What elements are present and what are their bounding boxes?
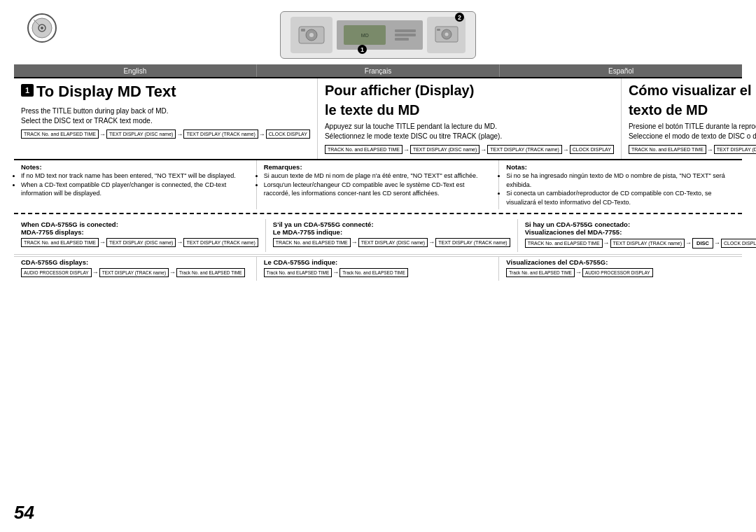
section3: CDA-5755G displays: AUDIO PROCESSOR DISP… [14, 256, 742, 281]
flow-box-3-fr: TEXT DISPLAY (TRACK name) [487, 145, 561, 154]
col-spanish: Cómo visualizar el texto de MD Presione … [622, 78, 756, 159]
s3-title-es: Visualizaciones del CDA-5755G: [506, 258, 735, 266]
lang-fr: Français [257, 64, 500, 77]
title-fr-2: le texte du MD [325, 102, 614, 118]
notes-title-fr: Remarques: [264, 162, 492, 172]
flow-es: TRACK No. and ELAPSED TIME → TEXT DISPLA… [629, 145, 756, 154]
s3-title-en: CDA-5755G displays: [21, 258, 249, 266]
step-badge-en: 1 [21, 84, 34, 97]
s3col-fr: Le CDA-5755G indique: Track No. and ELAP… [257, 257, 500, 281]
section2: When CDA-5755G is conected: MDA-7755 dis… [14, 219, 742, 252]
arrow-en-1: → [99, 131, 106, 138]
arrow-fr-3: → [563, 146, 569, 153]
section3-separator [14, 254, 742, 255]
flow-box-2-es: TEXT DISPLAY (DISC name) [714, 145, 756, 154]
title-fr-1: Pour afficher (Display) [325, 83, 614, 99]
note-fr-1: Si aucun texte de MD ni nom de plage n'a… [264, 172, 492, 181]
flow-box-3-en: TEXT DISPLAY (TRACK name) [183, 130, 258, 139]
body-fr: Appuyez sur la touche TITLE pendant la l… [325, 122, 614, 141]
s3col-es: Visualizaciones del CDA-5755G: Track No.… [499, 257, 742, 281]
note-es-1: Si no se ha ingresado ningún texto de MD… [506, 172, 735, 189]
flow-box-4-fr: CLOCK DISPLAY [570, 145, 614, 154]
s2-flow-en: TRACK No. and ELAPSED TIME → TEXT DISPLA… [21, 238, 258, 247]
body-es: Presione el botón TITLE durante la repro… [629, 122, 756, 141]
title-en: To Display MD Text [36, 83, 176, 100]
s2-title-es: Si hay un CDA-5755G conectado: Visualiza… [525, 220, 756, 236]
title-es-2: texto de MD [629, 102, 756, 118]
language-strip: English Français Español [14, 64, 742, 77]
notes-col-en: Notes: If no MD text nor track name has … [14, 160, 257, 209]
s2col-fr: S'il ya un CDA-5755G connecté: Le MDA-77… [266, 219, 518, 252]
flow-box-2-en: TEXT DISPLAY (DISC name) [106, 130, 176, 139]
svg-rect-12 [437, 29, 440, 31]
flow-en: TRACK No. and ELAPSED TIME → TEXT DISPLA… [21, 130, 310, 139]
arrow-en-3: → [259, 131, 265, 138]
s3-flow-en: AUDIO PROCESSOR DISPLAY → TEXT DISPLAY (… [21, 268, 249, 277]
s2col-es: Si hay un CDA-5755G conectado: Visualiza… [518, 219, 756, 252]
dashed-separator-1 [14, 213, 742, 214]
s2-title-fr: S'il ya un CDA-5755G connecté: Le MDA-77… [273, 220, 510, 236]
arrow-fr-2: → [480, 146, 486, 153]
lang-es: Español [499, 64, 742, 77]
device-image-area: MD 1 2 [14, 7, 742, 62]
s2-flow-es: TRACK No. and ELAPSED TIME → TEXT DISPLA… [525, 238, 756, 248]
notes-section: Notes: If no MD text nor track name has … [14, 159, 742, 209]
body-en: Press the TITLE button during play back … [21, 106, 310, 126]
main-content: 1 To Display MD Text Press the TITLE but… [14, 77, 742, 159]
disc-badge: DISC [692, 238, 713, 248]
col-english: 1 To Display MD Text Press the TITLE but… [14, 78, 318, 159]
notes-col-fr: Remarques: Si aucun texte de MD ni nom d… [257, 160, 500, 209]
device-diagram: MD 1 2 [280, 11, 476, 59]
flow-box-1-en: TRACK No. and ELAPSED TIME [21, 130, 99, 139]
page-number: 54 [14, 502, 34, 524]
flow-box-2-fr: TEXT DISPLAY (DISC name) [410, 145, 479, 154]
notes-title-es: Notas: [506, 162, 735, 172]
flow-box-4-en: CLOCK DISPLAY [266, 130, 310, 139]
col-french: Pour afficher (Display) le texte du MD A… [318, 78, 622, 159]
notes-list-en: If no MD text nor track name has been en… [21, 172, 249, 198]
lang-en: English [14, 64, 257, 77]
badge-1: 1 [358, 45, 367, 54]
s3-title-fr: Le CDA-5755G indique: [264, 258, 492, 266]
s2-flow-fr: TRACK No. and ELAPSED TIME → TEXT DISPLA… [273, 238, 510, 247]
notes-col-es: Notas: Si no se ha ingresado ningún text… [499, 160, 742, 209]
note-es-2: Si conecta un cambiador/reproductor de C… [506, 189, 735, 206]
s3-flow-es: Track No. and ELAPSED TIME → AUDIO PROCE… [506, 268, 735, 277]
page-container: MD 1 2 [0, 0, 756, 532]
svg-point-7 [309, 33, 314, 37]
title-es-1: Cómo visualizar el [629, 83, 756, 99]
note-en-1: If no MD text nor track name has been en… [21, 172, 249, 181]
flow-box-1-fr: TRACK No. and ELAPSED TIME [325, 145, 402, 154]
s3-flow-fr: Track No. and ELAPSED TIME → Track No. a… [264, 268, 492, 277]
arrow-en-2: → [176, 131, 183, 138]
notes-title-en: Notes: [21, 162, 249, 172]
s3col-en: CDA-5755G displays: AUDIO PROCESSOR DISP… [14, 257, 257, 281]
svg-point-11 [444, 33, 448, 36]
cd-icon [27, 13, 57, 43]
s2col-en: When CDA-5755G is conected: MDA-7755 dis… [14, 219, 266, 252]
svg-rect-8 [301, 29, 305, 31]
flow-box-1-es: TRACK No. and ELAPSED TIME [629, 145, 706, 154]
notes-list-fr: Si aucun texte de MD ni nom de plage n'a… [264, 172, 492, 198]
s2-title-en: When CDA-5755G is conected: MDA-7755 dis… [21, 220, 258, 236]
arrow-fr-1: → [403, 146, 410, 153]
note-en-2: When a CD-Text compatible CD player/chan… [21, 181, 249, 198]
badge-2: 2 [455, 13, 464, 22]
note-fr-2: Lorsqu'un lecteur/changeur CD compatible… [264, 181, 492, 198]
arrow-es-1: → [707, 146, 713, 153]
flow-fr: TRACK No. and ELAPSED TIME → TEXT DISPLA… [325, 145, 614, 154]
notes-list-es: Si no se ha ingresado ningún texto de MD… [506, 172, 735, 206]
svg-point-3 [41, 27, 43, 29]
